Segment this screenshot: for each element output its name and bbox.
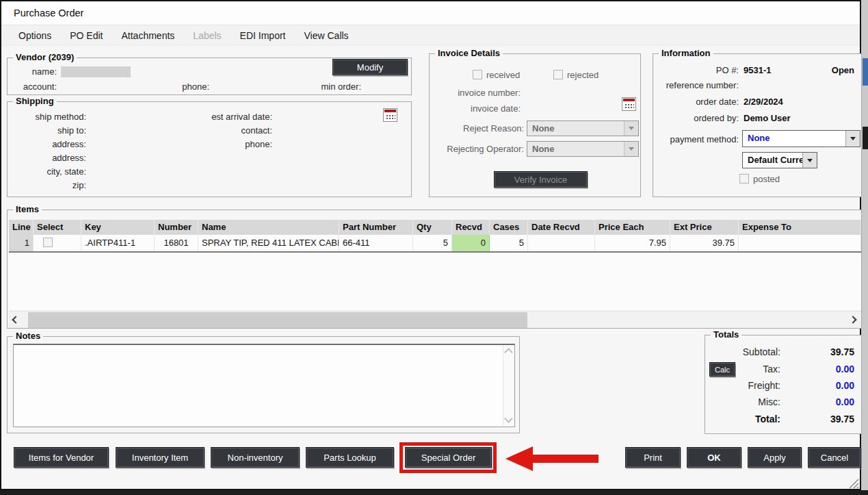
- h-scrollbar-thumb[interactable]: [28, 312, 527, 328]
- col-header-price-each[interactable]: Price Each: [595, 220, 670, 235]
- vendor-name-value-redacted: [61, 66, 131, 77]
- invoice-number-label: invoice number:: [435, 88, 521, 98]
- modify-button[interactable]: Modify: [332, 59, 408, 75]
- row-expense-to-cell: [739, 235, 861, 251]
- subtotal-value: 39.75: [789, 346, 854, 357]
- shipping-phone-label: phone:: [179, 139, 272, 149]
- right-edge-dark-block: [863, 127, 868, 149]
- row-select-cell: [34, 235, 81, 251]
- verify-invoice-button[interactable]: Verify Invoice: [494, 171, 588, 188]
- invoice-date-label: invoice date:: [435, 103, 521, 114]
- notes-textarea[interactable]: [13, 344, 515, 427]
- menu-view-calls[interactable]: View Calls: [304, 30, 349, 41]
- red-arrow-icon: [505, 446, 533, 471]
- items-h-scrollbar[interactable]: [9, 311, 861, 328]
- col-header-qty[interactable]: Qty: [413, 220, 452, 235]
- items-for-vendor-button[interactable]: Items for Vendor: [14, 447, 109, 468]
- col-header-select[interactable]: Select: [34, 220, 81, 235]
- est-arrival-calendar-icon[interactable]: [383, 108, 397, 122]
- reference-number-label: reference number:: [653, 80, 739, 90]
- invoice-details-group: Invoice Details received rejected invoic…: [429, 53, 641, 197]
- notes-scroll-down-icon[interactable]: [505, 416, 512, 422]
- rejected-label: rejected: [567, 70, 599, 80]
- currency-dropdown[interactable]: Default Curre: [742, 152, 817, 168]
- city-state-label: city, state:: [16, 166, 86, 177]
- vendor-phone-label: phone:: [161, 81, 209, 92]
- menu-edi-import[interactable]: EDI Import: [240, 30, 286, 41]
- rejected-checkbox[interactable]: [553, 70, 563, 79]
- ok-button[interactable]: OK: [687, 447, 741, 468]
- address2-label: address:: [16, 153, 86, 163]
- currency-value: Default Curre: [743, 153, 802, 168]
- items-table-header: Line Select Key Number Name Part Number …: [9, 220, 861, 235]
- ordered-by-value: Demo User: [744, 113, 791, 123]
- shipping-group: Shipping ship method: ship to: address: …: [7, 101, 412, 197]
- row-qty-cell: 5: [413, 235, 452, 251]
- currency-dropdown-arrow-icon[interactable]: [802, 153, 817, 168]
- col-header-cases[interactable]: Cases: [490, 220, 528, 235]
- col-header-ext-price[interactable]: Ext Price: [670, 220, 739, 235]
- vendor-group-title: Vendor (2039): [13, 52, 77, 62]
- vendor-group: Vendor (2039) name: account: phone: min …: [7, 58, 412, 95]
- received-label: received: [486, 70, 520, 80]
- non-inventory-button[interactable]: Non-inventory: [211, 447, 300, 468]
- row-ext-price-cell: 39.75: [670, 235, 739, 251]
- posted-checkbox[interactable]: [739, 174, 749, 183]
- row-price-each-cell: 7.95: [595, 235, 670, 251]
- received-checkbox[interactable]: [473, 70, 482, 79]
- menu-attachments[interactable]: Attachments: [122, 30, 175, 41]
- window-title: Purchase Order: [14, 8, 83, 18]
- reject-reason-dropdown[interactable]: None: [527, 120, 639, 136]
- reject-reason-value: None: [527, 121, 624, 136]
- po-number-label: PO #:: [653, 65, 739, 75]
- notes-group-title: Notes: [13, 331, 43, 341]
- resize-grip-icon[interactable]: [847, 477, 859, 492]
- po-number-value: 9531-1: [744, 65, 771, 75]
- col-header-part-number[interactable]: Part Number: [339, 220, 413, 235]
- zip-label: zip:: [16, 180, 86, 190]
- rejecting-operator-dropdown-arrow-icon[interactable]: [624, 142, 638, 156]
- row-recvd-cell: 0: [452, 235, 490, 251]
- col-header-key[interactable]: Key: [81, 220, 155, 235]
- cancel-button[interactable]: Cancel: [808, 447, 861, 468]
- row-date-recvd-cell: [528, 235, 595, 251]
- menu-bar: Options PO Edit Attachments Labels EDI I…: [1, 25, 860, 46]
- payment-method-dropdown[interactable]: None: [742, 130, 860, 147]
- freight-value: 0.00: [789, 380, 854, 391]
- row-key-cell: .AIRTP411-1: [81, 235, 155, 251]
- information-group: Information PO #: 9531-1 Open reference …: [653, 53, 862, 197]
- order-date-label: order date:: [653, 97, 739, 107]
- parts-lookup-button[interactable]: Parts Lookup: [306, 447, 394, 468]
- menu-options[interactable]: Options: [18, 30, 51, 41]
- scroll-left-arrow-icon[interactable]: [13, 317, 18, 322]
- reject-reason-dropdown-arrow-icon[interactable]: [624, 121, 638, 136]
- col-header-number[interactable]: Number: [155, 220, 198, 235]
- print-button[interactable]: Print: [625, 447, 681, 468]
- invoice-date-calendar-icon[interactable]: [622, 97, 636, 111]
- col-header-name[interactable]: Name: [198, 220, 339, 235]
- vendor-account-label: account:: [13, 81, 57, 92]
- row-select-checkbox[interactable]: [43, 238, 53, 247]
- notes-scroll-up-icon[interactable]: [505, 349, 512, 355]
- address1-label: address:: [16, 139, 86, 149]
- col-header-date-recvd[interactable]: Date Recvd: [528, 220, 595, 235]
- apply-button[interactable]: Apply: [748, 447, 802, 468]
- col-header-expense-to[interactable]: Expense To: [739, 220, 861, 235]
- order-date-value: 2/29/2024: [744, 97, 783, 107]
- notes-v-scrollbar[interactable]: [503, 345, 514, 426]
- shipping-group-title: Shipping: [13, 96, 57, 106]
- rejecting-operator-dropdown[interactable]: None: [527, 141, 639, 157]
- row-cases-cell: 5: [490, 235, 528, 251]
- items-group: Items Line Select Key Number Name Part N…: [7, 210, 862, 329]
- col-header-recvd[interactable]: Recvd: [452, 220, 490, 235]
- menu-po-edit[interactable]: PO Edit: [70, 30, 103, 41]
- payment-method-dropdown-arrow-icon[interactable]: [845, 131, 860, 147]
- rejecting-operator-value: None: [527, 142, 624, 156]
- inventory-item-button[interactable]: Inventory Item: [116, 447, 205, 468]
- row-number-cell: 16801: [155, 235, 198, 251]
- table-row[interactable]: 1 .AIRTP411-1 16801 SPRAY TIP, RED 411 L…: [9, 235, 861, 251]
- est-arrival-label: est arrival date:: [179, 112, 272, 122]
- col-header-line[interactable]: Line: [9, 220, 34, 235]
- scroll-right-arrow-icon[interactable]: [850, 317, 856, 322]
- purchase-order-window: Purchase Order Options PO Edit Attachmen…: [0, 0, 861, 490]
